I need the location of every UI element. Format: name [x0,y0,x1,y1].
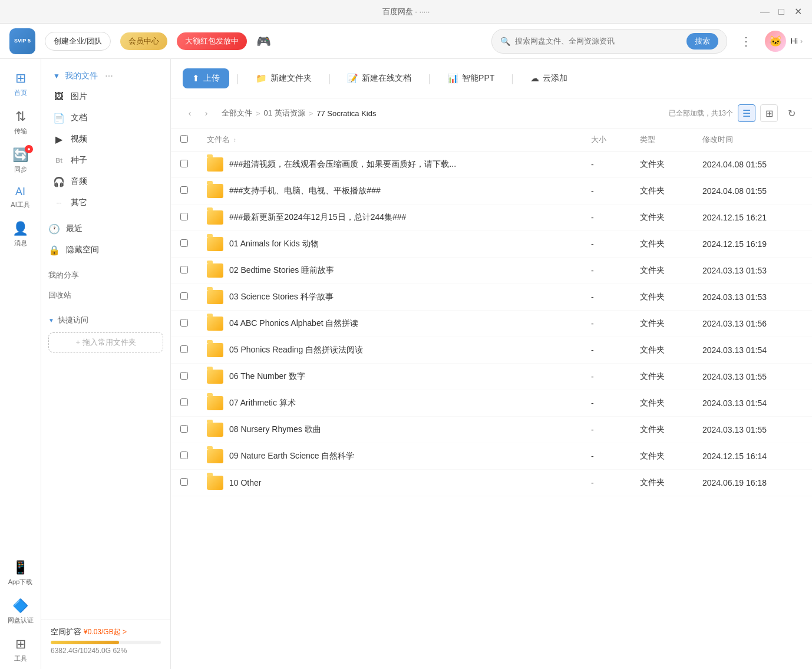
nav-item-app[interactable]: 📱 App下载 [0,554,41,592]
row-size: - [582,284,631,311]
row-size: - [582,231,631,258]
storage-text: 6382.4G/10245.0G 62% [51,647,161,655]
new-doc-button[interactable]: 📝 新建在线文档 [338,68,421,88]
sidebar-item-videos[interactable]: ▶ 视频 [46,128,166,150]
row-checkbox[interactable] [180,319,188,327]
row-checkbox[interactable] [180,398,188,406]
breadcrumb-root[interactable]: 全部文件 [222,108,252,118]
sidebar-item-audio[interactable]: 🎧 音频 [46,171,166,192]
list-view-button[interactable]: ☰ [738,104,755,122]
row-checkbox[interactable] [180,266,188,273]
vip-center-button[interactable]: 会员中心 [120,32,167,50]
row-size: - [582,205,631,231]
nav-item-tools[interactable]: ⊞ 工具 [0,631,41,669]
row-checkbox[interactable] [180,345,188,353]
sidebar-my-files-section: ▼ 我的文件 ⋯ 🖼 图片 📄 文档 ▶ 视频 Bt 种子 🎧 [41,66,170,213]
sidebar-item-images[interactable]: 🖼 图片 [46,86,166,107]
sidebar-item-other[interactable]: ··· 其它 [46,192,166,213]
upload-icon: ⬆ [192,73,200,84]
file-name[interactable]: 05 Phonics Reading 自然拼读法阅读 [229,345,363,355]
nav-item-message[interactable]: 👤 消息 [0,215,41,253]
file-name[interactable]: 07 Arithmetic 算术 [229,398,296,408]
create-team-button[interactable]: 创建企业/团队 [45,32,111,51]
storage-bar-fill [51,641,119,644]
file-name[interactable]: ###超清视频，在线观看会压缩画质，如果要画质好，请下载... [229,159,456,170]
file-name[interactable]: 08 Nursery Rhymes 歌曲 [229,424,321,435]
folder-icon [207,370,223,384]
nav-item-home[interactable]: ⊞ 首页 [0,65,41,103]
folder-icon [207,476,223,490]
row-checkbox[interactable] [180,372,188,380]
row-checkbox[interactable] [180,292,188,300]
file-name[interactable]: ###支持手机、电脑、电视、平板播放### [229,186,381,196]
file-name[interactable]: 03 Science Stories 科学故事 [229,292,334,302]
add-folder-button[interactable]: + 拖入常用文件夹 [48,332,163,352]
row-checkbox-cell [171,258,197,284]
titlebar-controls: — □ ✕ [760,7,803,17]
row-checkbox[interactable] [180,425,188,433]
sidebar-recycle[interactable]: 回收站 [41,285,170,305]
storage-expand[interactable]: 空间扩容 ¥0.03/GB起 > [51,627,161,637]
refresh-button[interactable]: ↻ [783,104,800,122]
row-checkbox-cell [171,364,197,390]
row-size: - [582,470,631,496]
sidebar-item-recent[interactable]: 🕐 最近 [41,218,170,239]
row-checkbox[interactable] [180,160,188,167]
new-folder-button[interactable]: 📁 新建文件夹 [246,68,321,88]
sidebar-my-share[interactable]: 我的分享 [41,265,170,285]
more-options-button[interactable]: ⋮ [737,32,755,51]
user-profile[interactable]: 🐱 Hi › [765,31,803,52]
row-checkbox[interactable] [180,186,188,194]
cloud-add-button[interactable]: ☁ 云添加 [521,68,577,88]
folder-icon [207,210,223,225]
nav-item-transfer[interactable]: ⇅ 传输 [0,103,41,141]
folder-icon [207,343,223,357]
titlebar: 百度网盘 · ····· — □ ✕ [0,0,812,24]
maximize-button[interactable]: □ [777,7,786,17]
row-type: 文件夹 [631,470,693,496]
upload-button[interactable]: ⬆ 上传 [183,68,229,88]
row-checkbox[interactable] [180,452,188,459]
select-all-checkbox[interactable] [180,135,188,143]
row-checkbox[interactable] [180,478,188,486]
row-type: 文件夹 [631,337,693,364]
sidebar-item-docs[interactable]: 📄 文档 [46,107,166,128]
file-name[interactable]: 01 Animals for Kids 动物 [229,239,319,249]
game-icon[interactable]: 🎮 [256,34,271,48]
name-header[interactable]: 文件名 ↕ [197,128,582,151]
breadcrumb-back-button[interactable]: ‹ [183,106,197,120]
grid-view-button[interactable]: ⊞ [760,104,778,122]
row-name-cell: 07 Arithmetic 算术 [197,390,582,417]
file-name[interactable]: 04 ABC Phonics Alphabet 自然拼读 [229,318,358,329]
close-button[interactable]: ✕ [793,7,803,17]
search-input[interactable] [515,37,682,45]
table-row: 07 Arithmetic 算术 - 文件夹 2024.03.13 01:54 [171,390,812,417]
row-size: - [582,151,631,178]
minimize-button[interactable]: — [760,7,770,17]
file-count: 已全部加载，共13个 [669,108,733,118]
file-name[interactable]: 06 The Number 数字 [229,371,305,382]
red-packet-button[interactable]: 大额红包发放中 [177,32,247,50]
row-size: - [582,311,631,337]
row-type: 文件夹 [631,364,693,390]
type-header: 类型 [631,128,693,151]
nav-item-sync[interactable]: 🔄 ● 同步 [0,141,41,180]
nav-item-verify[interactable]: 🔷 网盘认证 [0,592,41,631]
breadcrumb-path1[interactable]: 01 英语资源 [264,108,305,118]
row-checkbox[interactable] [180,239,188,247]
sidebar-item-hidden[interactable]: 🔒 隐藏空间 [41,239,170,261]
ppt-icon: 📊 [447,73,458,84]
sidebar-item-bt[interactable]: Bt 种子 [46,150,166,171]
file-name[interactable]: ###最新更新至2024年12月15日，总计244集### [229,212,406,223]
smart-ppt-button[interactable]: 📊 智能PPT [438,68,504,88]
row-checkbox[interactable] [180,213,188,220]
file-name[interactable]: 02 Bedtime Stories 睡前故事 [229,265,334,276]
search-button[interactable]: 搜索 [686,33,718,50]
breadcrumb: ‹ › 全部文件 > 01 英语资源 > 77 Socratica Kids 已… [171,98,812,128]
nav-label-verify: 网盘认证 [8,616,34,625]
sidebar-my-files[interactable]: ▼ 我的文件 ⋯ [46,66,166,86]
nav-item-ai[interactable]: AI AI工具 [0,180,41,215]
file-name[interactable]: 09 Nature Earth Science 自然科学 [229,451,354,462]
breadcrumb-forward-button[interactable]: › [199,106,213,120]
file-name[interactable]: 10 Other [229,478,261,487]
